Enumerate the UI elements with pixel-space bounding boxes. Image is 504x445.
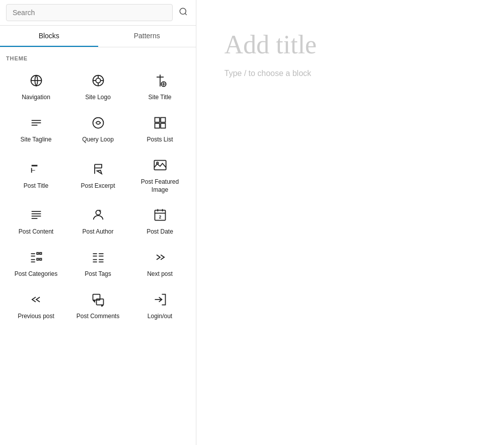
tab-patterns[interactable]: Patterns bbox=[98, 26, 196, 47]
post-comments-icon bbox=[91, 292, 105, 309]
posts-list-icon bbox=[153, 116, 167, 132]
panel-content: THEME Navigation bbox=[0, 47, 196, 445]
post-categories-label: Post Categories bbox=[15, 270, 57, 278]
post-tags-icon bbox=[91, 250, 105, 266]
navigation-icon bbox=[29, 73, 43, 90]
login-out-icon bbox=[153, 292, 167, 309]
svg-rect-44 bbox=[37, 259, 39, 261]
svg-point-0 bbox=[180, 8, 186, 14]
post-author-label: Post Author bbox=[82, 228, 113, 236]
block-item-navigation[interactable]: Navigation bbox=[6, 67, 66, 108]
post-featured-image-label: Post Featured Image bbox=[134, 178, 186, 194]
post-categories-icon bbox=[29, 250, 43, 266]
block-item-post-categories[interactable]: Post Categories bbox=[6, 244, 66, 284]
post-content-icon bbox=[29, 208, 43, 224]
block-item-site-title[interactable]: Site Title bbox=[130, 67, 190, 108]
svg-text:2: 2 bbox=[159, 215, 161, 219]
post-tags-label: Post Tags bbox=[85, 270, 111, 278]
svg-rect-18 bbox=[161, 118, 165, 122]
search-icon bbox=[179, 7, 188, 16]
post-excerpt-label: Post Excerpt bbox=[81, 182, 115, 190]
editor-title[interactable]: Add title bbox=[225, 30, 476, 59]
block-item-post-author[interactable]: Post Author bbox=[68, 202, 128, 242]
post-featured-image-icon bbox=[153, 158, 167, 174]
block-item-post-excerpt[interactable]: Post Excerpt bbox=[68, 152, 128, 200]
editor-area: Add title Type / to choose a block bbox=[196, 0, 504, 445]
editor-placeholder: Type / to choose a block bbox=[225, 69, 476, 78]
next-post-icon bbox=[153, 250, 167, 266]
block-item-post-title[interactable]: Post Title bbox=[6, 152, 66, 200]
svg-rect-41 bbox=[40, 253, 42, 255]
tabs: Blocks Patterns bbox=[0, 26, 196, 47]
left-panel: Blocks Patterns THEME Navigation bbox=[0, 0, 196, 445]
svg-rect-40 bbox=[37, 253, 39, 255]
posts-list-label: Posts List bbox=[147, 136, 173, 144]
search-input[interactable] bbox=[6, 4, 173, 21]
blocks-grid: Navigation Site Logo bbox=[6, 67, 190, 327]
site-logo-label: Site Logo bbox=[85, 94, 111, 102]
site-logo-icon bbox=[91, 73, 105, 90]
svg-rect-17 bbox=[155, 118, 159, 122]
svg-point-5 bbox=[96, 79, 100, 83]
post-title-label: Post Title bbox=[24, 182, 48, 190]
site-tagline-icon bbox=[29, 116, 43, 132]
next-post-label: Next post bbox=[147, 270, 173, 278]
post-title-icon bbox=[29, 162, 43, 178]
svg-point-16 bbox=[93, 118, 103, 128]
block-item-next-post[interactable]: Next post bbox=[130, 244, 190, 284]
block-item-post-tags[interactable]: Post Tags bbox=[68, 244, 128, 284]
post-date-label: Post Date bbox=[147, 228, 173, 236]
site-title-label: Site Title bbox=[148, 94, 171, 102]
search-bar bbox=[0, 0, 196, 26]
block-item-previous-post[interactable]: Previous post bbox=[6, 286, 66, 327]
block-item-site-tagline[interactable]: Site Tagline bbox=[6, 110, 66, 150]
block-item-posts-list[interactable]: Posts List bbox=[130, 110, 190, 150]
svg-rect-19 bbox=[155, 123, 159, 128]
block-item-query-loop[interactable]: Query Loop bbox=[68, 110, 128, 150]
post-content-label: Post Content bbox=[19, 228, 53, 236]
block-item-post-comments[interactable]: Post Comments bbox=[68, 286, 128, 327]
block-item-post-content[interactable]: Post Content bbox=[6, 202, 66, 242]
block-item-post-featured-image[interactable]: Post Featured Image bbox=[130, 152, 190, 200]
tab-blocks[interactable]: Blocks bbox=[0, 26, 98, 47]
svg-line-1 bbox=[185, 13, 186, 15]
block-item-post-date[interactable]: 2 Post Date bbox=[130, 202, 190, 242]
site-title-icon bbox=[153, 73, 167, 90]
search-button[interactable] bbox=[177, 5, 190, 20]
post-comments-label: Post Comments bbox=[77, 313, 119, 321]
svg-point-25 bbox=[157, 162, 159, 164]
previous-post-icon bbox=[29, 292, 43, 309]
navigation-label: Navigation bbox=[22, 94, 50, 102]
section-theme-label: THEME bbox=[6, 55, 190, 61]
login-out-label: Login/out bbox=[148, 313, 172, 321]
query-loop-icon bbox=[91, 116, 105, 132]
block-item-login-out[interactable]: Login/out bbox=[130, 286, 190, 327]
post-date-icon: 2 bbox=[153, 208, 167, 224]
post-excerpt-icon bbox=[91, 162, 105, 178]
query-loop-label: Query Loop bbox=[82, 136, 114, 144]
post-author-icon bbox=[91, 208, 105, 224]
editor-content: Add title Type / to choose a block bbox=[225, 30, 476, 78]
block-item-site-logo[interactable]: Site Logo bbox=[68, 67, 128, 108]
svg-rect-20 bbox=[161, 123, 165, 128]
svg-rect-45 bbox=[40, 259, 42, 261]
previous-post-label: Previous post bbox=[18, 313, 54, 321]
site-tagline-label: Site Tagline bbox=[21, 136, 52, 144]
